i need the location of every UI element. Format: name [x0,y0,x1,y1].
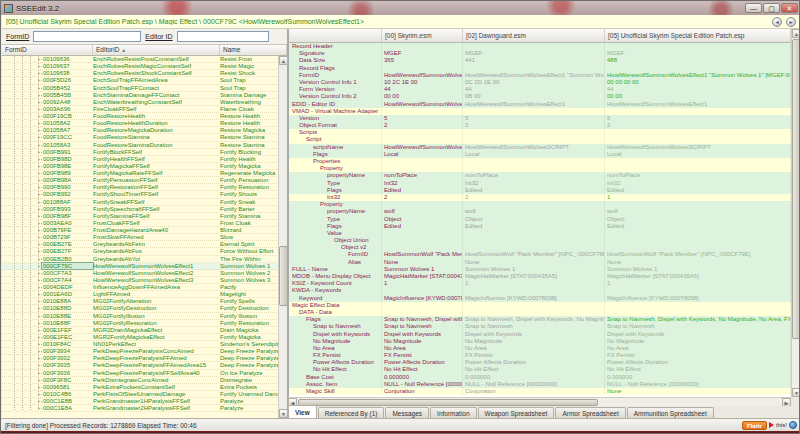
record-value-cell[interactable]: Dispel with Keywords [605,331,791,338]
minimize-button[interactable]: — [745,3,762,13]
record-value-cell[interactable]: FX Persist [382,352,463,359]
record-value-cell[interactable]: Snap to Navmesh, Dispel with Ke... [382,316,463,323]
record-value-cell[interactable]: numToPlace [605,172,791,179]
scroll-up-icon[interactable]: ▲ [279,56,288,65]
maximize-button[interactable]: ▢ [763,3,780,13]
record-value-cell[interactable] [605,309,791,316]
record-value-cell[interactable]: Edited [605,187,791,194]
record-row[interactable]: Object Union [289,237,791,244]
record-row[interactable]: Snap to NavmeshSnap to NavmeshSnap to Na… [289,323,791,330]
record-value-cell[interactable]: 1 [605,194,791,201]
record-value-cell[interactable]: No Area [463,345,605,352]
record-value-cell[interactable] [382,237,463,244]
record-value-cell[interactable]: 1 [463,280,605,287]
record-value-cell[interactable]: Object [463,216,605,223]
table-row[interactable]: 000F3936PerkDeepFreezeParalysisFFSelfAre… [2,370,287,377]
table-row[interactable]: 000EB27FGreybeardsAbFusForce Without Eff… [2,248,287,255]
record-value-cell[interactable]: HowlWerewolfSummonWolvesEffect1 [463,101,605,108]
record-value-cell[interactable]: 5 [605,115,791,122]
table-row[interactable]: 000FB992FortifyShoutTimerFFSelfFortify S… [2,191,287,198]
record-value-cell[interactable]: Summon Wolves 1 [605,266,791,273]
tab-messages[interactable]: Messages [385,407,429,418]
record-value-cell[interactable]: HowlWerewolfSummonWolvesEffect1 "Summon … [463,72,605,79]
record-value-cell[interactable]: HowlWerewolfSummonWolvesSCRIPT [463,144,605,151]
record-value-cell[interactable] [463,244,605,251]
record-row[interactable]: Version Control Info 200 000B 0000 00 [289,93,791,100]
record-value-cell[interactable]: 10 2C 1E 00 [382,79,463,86]
table-row[interactable]: 0010E88EMG02FortifyIllusionFortify Illus… [2,313,287,320]
record-row[interactable]: propertyNamewolfwolfwolf [289,208,791,215]
record-row[interactable]: AliasNoneNoneNone [289,259,791,266]
record-value-cell[interactable] [463,165,605,172]
record-value-cell[interactable] [463,302,605,309]
flattr-this-label[interactable]: this! [776,422,787,428]
record-row[interactable]: Magic SkillConjurationConjurationNone [289,388,791,395]
record-value-cell[interactable]: 2 [605,122,791,129]
record-value-cell[interactable]: 0B 00 [463,93,605,100]
record-value-cell[interactable]: Dispel with Keywords [463,331,605,338]
nav-forward-icon[interactable]: ▸ [786,17,796,27]
record-value-cell[interactable] [382,165,463,172]
record-value-cell[interactable]: numToPlace [382,172,463,179]
table-row[interactable]: 000C1E8BPerkGrandmaster1HParalysisFFSelf… [2,398,287,405]
record-value-cell[interactable]: Edited [382,223,463,230]
record-row[interactable]: FormIDHowlWerewolfSummonWolvesEf...HowlW… [289,72,791,79]
record-value-cell[interactable]: 0.000000 [605,374,791,381]
record-value-cell[interactable]: wolf [463,208,605,215]
record-row[interactable]: Script [289,136,791,143]
record-value-cell[interactable]: Conjuration [463,388,605,395]
record-value-cell[interactable]: Summon Wolves 1 [382,266,463,273]
record-value-cell[interactable]: MagicInfluence [KYWD:00078098] [382,295,463,302]
record-value-cell[interactable] [463,136,605,143]
record-value-cell[interactable] [605,129,791,136]
record-value-cell[interactable]: HowlWerewolfSummonWolvesEf... [382,72,463,79]
record-value-cell[interactable]: 44 [605,86,791,93]
table-row[interactable]: 000EB2B0GreybeardsAbYolThe Fire Within [2,256,287,263]
table-row[interactable]: 0010C4B6PerkFistsOfSteelUnarmedDamageFor… [2,391,287,398]
record-row[interactable]: FULL - NameSummon Wolves 1Summon Wolves … [289,266,791,273]
table-row[interactable]: 001058A7FoodRestoreMagickaDurationRestor… [2,127,287,134]
record-row[interactable]: TypeInt32Int32Int32 [289,180,791,187]
record-value-cell[interactable]: None [605,259,791,266]
record-value-cell[interactable] [605,287,791,294]
record-row[interactable]: FlagsEditedEditedEdited [289,223,791,230]
record-value-cell[interactable]: 1 [382,280,463,287]
record-value-cell[interactable] [605,230,791,237]
flattr-button[interactable]: Flattr [742,421,767,430]
record-row[interactable]: FlagsSnap to Navmesh, Dispel with Ke...S… [289,316,791,323]
record-value-cell[interactable]: Snap to Navmesh, Dispel with Keywords, N… [463,316,605,323]
record-value-cell[interactable]: 365 [382,57,463,64]
record-value-cell[interactable]: 0.000000 [382,374,463,381]
table-row[interactable]: 000F3932PerkDeepFreezeParalysisFFAimedDe… [2,355,287,362]
record-row[interactable]: SignatureMGEFMGEFMGEF [289,50,791,57]
table-row[interactable]: 00109636EnchRobesResistFrostConstantSelf… [2,56,287,63]
record-value-cell[interactable]: 1 [605,280,791,287]
record-value-cell[interactable]: HowlSummonWolf "Pack Member" [NPC_:000CF… [605,251,791,258]
table-row[interactable]: 0010F84CNN01PerkEffectSinderion's Serend… [2,341,287,348]
record-value-cell[interactable]: Summon Wolves 1 [463,266,605,273]
record-row[interactable]: Power Affects DurationPower Affects Dura… [289,359,791,366]
editorid-filter-input[interactable] [177,31,269,42]
tab-referenced-by-1-[interactable]: Referenced By (1) [318,407,385,418]
record-value-cell[interactable]: None [463,259,605,266]
record-value-cell[interactable]: 2 [382,122,463,129]
record-row[interactable]: Record Flags [289,65,791,72]
horizontal-scroll-thumb[interactable] [298,399,598,406]
record-value-cell[interactable]: 00 00 00 00 [605,79,791,86]
record-row[interactable]: TypeObjectObjectObject [289,216,791,223]
scroll-up-icon[interactable]: ▲ [792,29,800,38]
close-button[interactable]: ✕ [781,3,798,13]
table-row[interactable]: 0003AEA0FrostCloakFFSelfFrost Cloak [2,220,287,227]
table-row[interactable]: 000F3935PerkDeepFreezeParalysisFFAimedAr… [2,362,287,369]
record-row[interactable]: Property [289,201,791,208]
record-value-cell[interactable]: No Hit Effect [382,366,463,373]
record-value-cell[interactable]: MagicInfluence [KYWD:00078098] [605,295,791,302]
record-value-cell[interactable]: FX Persist [605,352,791,359]
record-value-cell[interactable]: Local [382,151,463,158]
table-row[interactable]: 000FB98AFortifyPersuasionFFSelfFortify P… [2,177,287,184]
record-value-cell[interactable] [463,201,605,208]
record-row[interactable]: DATA - Data [289,309,791,316]
record-value-cell[interactable] [382,108,463,115]
record-row[interactable]: Property [289,165,791,172]
table-row[interactable]: 000FB993FortifySpeechcraftFFSelfFortify … [2,206,287,213]
